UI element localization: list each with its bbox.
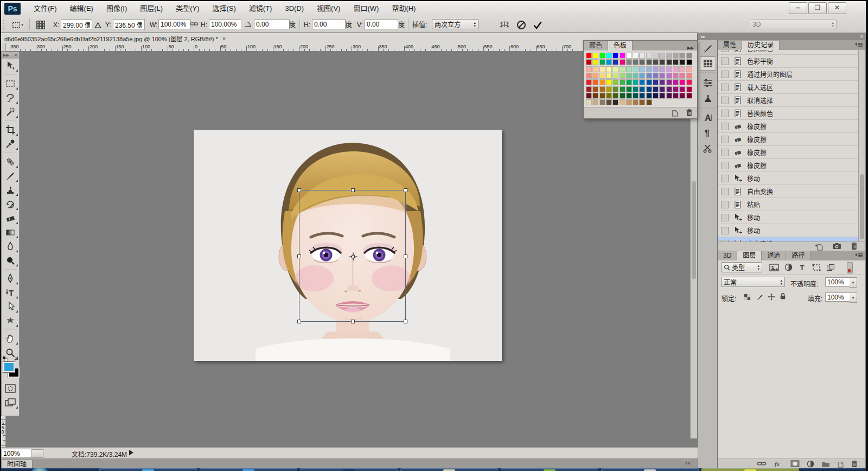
menu-item-2[interactable]: 图像(I) — [100, 1, 133, 16]
blur-tool[interactable] — [2, 239, 19, 253]
taskbar-app-button[interactable] — [99, 468, 197, 471]
taskbar-app-button[interactable] — [701, 468, 799, 471]
color-swatch[interactable] — [679, 93, 685, 99]
menu-item-4[interactable]: 类型(Y) — [169, 1, 206, 16]
history-item[interactable]: 替换颜色 — [718, 50, 859, 55]
color-swatch[interactable] — [606, 53, 612, 59]
tab-properties[interactable]: 属性 — [718, 41, 742, 50]
color-swatch[interactable] — [679, 53, 685, 59]
history-item[interactable]: 自由变换 — [718, 237, 859, 241]
marquee-tool[interactable] — [2, 77, 19, 91]
tab-swatches[interactable]: 色板 — [608, 41, 633, 50]
history-source-checkbox[interactable] — [721, 71, 729, 78]
type-tool[interactable] — [2, 285, 19, 300]
history-item[interactable]: 橡皮擦 — [718, 146, 859, 159]
history-brush-tool[interactable] — [2, 197, 19, 211]
color-swatch[interactable] — [673, 59, 679, 65]
history-source-checkbox[interactable] — [721, 188, 729, 195]
transform-handle-w[interactable] — [297, 254, 301, 258]
link-layers-icon[interactable] — [757, 461, 767, 467]
color-swatch[interactable] — [620, 99, 626, 105]
color-swatch[interactable] — [639, 59, 645, 65]
color-swatch[interactable] — [626, 86, 632, 92]
new-swatch-icon[interactable] — [671, 109, 679, 117]
scissors-panel-button[interactable] — [700, 141, 716, 155]
menu-item-9[interactable]: 窗口(W) — [347, 1, 385, 16]
color-swatch[interactable] — [653, 59, 659, 65]
tab-history[interactable]: 历史记录 — [742, 41, 780, 50]
color-swatch[interactable] — [612, 86, 618, 92]
color-swatch[interactable] — [653, 93, 659, 99]
width-input[interactable] — [158, 20, 191, 29]
transform-handle-n[interactable] — [351, 188, 355, 192]
foreground-color-swatch[interactable] — [3, 362, 15, 372]
color-swatch[interactable] — [659, 66, 665, 72]
character-panel-button[interactable] — [700, 111, 716, 125]
panel-menu-icon[interactable] — [854, 252, 863, 258]
color-swatch[interactable] — [686, 93, 692, 99]
history-item[interactable]: 移动 — [718, 211, 859, 224]
color-swatch[interactable] — [592, 53, 598, 59]
collapse-arrows-icon[interactable]: ▶▶ — [3, 53, 9, 58]
history-item[interactable]: 粘贴 — [718, 198, 859, 211]
color-swatch[interactable] — [606, 79, 612, 85]
color-swatch[interactable] — [599, 79, 605, 85]
taskbar-app-button[interactable] — [400, 468, 498, 471]
color-swatch[interactable] — [686, 73, 692, 79]
tab-color[interactable]: 颜色 — [584, 41, 608, 50]
expand-arrows-icon[interactable]: ▸▸ — [701, 34, 705, 39]
color-swatch[interactable] — [666, 79, 672, 85]
history-item[interactable]: 移动 — [718, 224, 859, 237]
history-source-checkbox[interactable] — [721, 50, 729, 52]
color-swatch[interactable] — [620, 79, 626, 85]
color-swatch[interactable] — [612, 59, 618, 65]
delete-swatch-icon[interactable] — [686, 109, 693, 117]
color-swatch[interactable] — [639, 86, 645, 92]
color-swatch[interactable] — [612, 93, 618, 99]
history-source-checkbox[interactable] — [721, 214, 729, 221]
color-swatch[interactable] — [606, 66, 612, 72]
swatches-panel-button[interactable] — [700, 56, 716, 71]
filter-type-layers-icon[interactable] — [796, 262, 809, 272]
history-item[interactable]: 自由变换 — [718, 185, 859, 198]
color-swatch[interactable] — [626, 53, 632, 59]
color-swatch[interactable] — [666, 59, 672, 65]
menu-item-7[interactable]: 3D(D) — [278, 1, 310, 16]
color-swatch[interactable] — [659, 53, 665, 59]
color-swatch[interactable] — [659, 79, 665, 85]
color-swatch[interactable] — [666, 73, 672, 79]
healing-brush-tool[interactable] — [2, 155, 19, 169]
adjustment-layer-icon[interactable] — [807, 460, 814, 468]
color-swatch[interactable] — [626, 59, 632, 65]
menu-item-1[interactable]: 编辑(E) — [63, 1, 100, 16]
custom-shape-tool[interactable] — [2, 314, 19, 328]
menu-item-3[interactable]: 图层(L) — [133, 1, 169, 16]
color-swatch[interactable] — [612, 53, 618, 59]
color-swatch[interactable] — [686, 86, 692, 92]
opacity-field[interactable]: 100% — [825, 277, 850, 287]
color-swatch[interactable] — [673, 73, 679, 79]
delete-layer-trash-icon[interactable] — [851, 460, 858, 468]
minimize-button[interactable]: – — [789, 2, 807, 14]
history-source-checkbox[interactable] — [721, 58, 729, 65]
color-swatch[interactable] — [666, 53, 672, 59]
color-swatch[interactable] — [599, 93, 605, 99]
color-swatch[interactable] — [666, 86, 672, 92]
color-swatch[interactable] — [646, 93, 652, 99]
color-swatch[interactable] — [673, 79, 679, 85]
lock-transparency-icon[interactable] — [744, 294, 751, 301]
screen-mode-button[interactable] — [2, 396, 19, 410]
color-swatch[interactable] — [633, 59, 639, 65]
color-swatch[interactable] — [633, 53, 639, 59]
color-swatch[interactable] — [666, 93, 672, 99]
tab-layers[interactable]: 图层 — [737, 251, 762, 260]
scrollbar-thumb[interactable] — [860, 174, 864, 239]
color-swatch[interactable] — [639, 79, 645, 85]
color-swatch[interactable] — [646, 73, 652, 79]
brush-presets-panel-button[interactable] — [700, 41, 716, 55]
color-swatch[interactable] — [612, 79, 618, 85]
color-swatch[interactable] — [606, 59, 612, 65]
document-canvas[interactable] — [194, 130, 502, 361]
brush-tool[interactable] — [2, 169, 19, 183]
history-source-checkbox[interactable] — [721, 201, 729, 208]
